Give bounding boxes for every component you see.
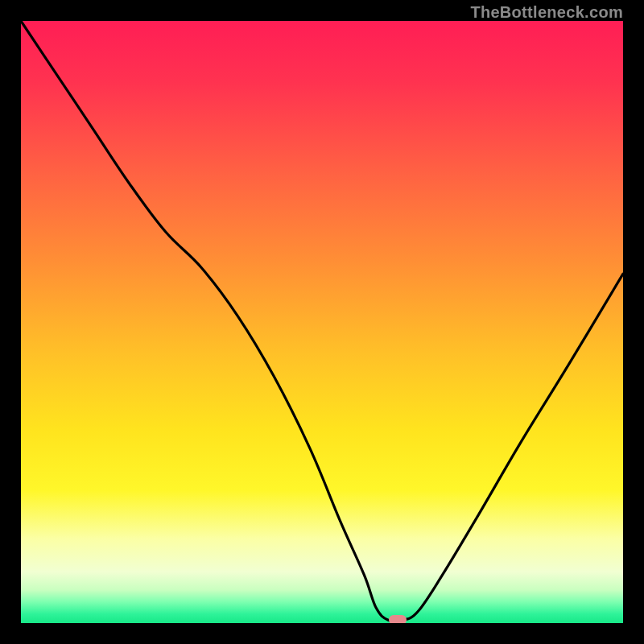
plot-area: [21, 21, 623, 623]
chart-container: TheBottleneck.com: [0, 0, 644, 644]
bottleneck-curve: [21, 21, 623, 621]
optimal-marker: [389, 615, 407, 623]
curve-layer: [21, 21, 623, 623]
watermark-label: TheBottleneck.com: [470, 3, 623, 22]
